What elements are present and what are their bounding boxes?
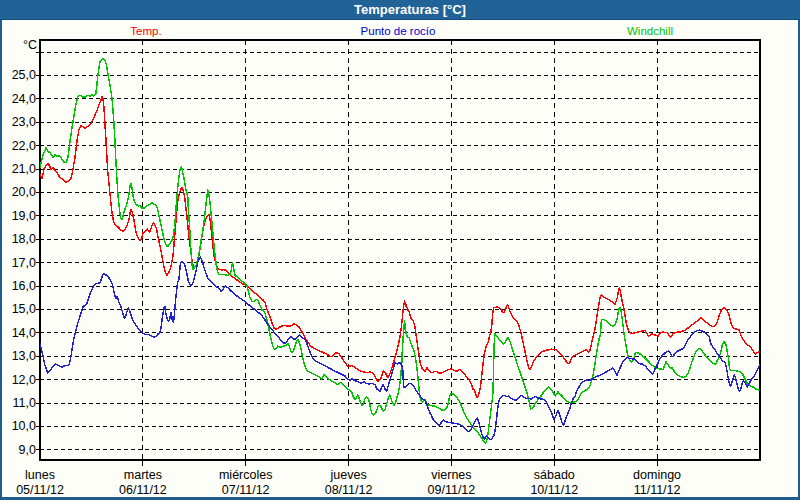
svg-text:23,0: 23,0 <box>12 115 36 129</box>
svg-text:19,0: 19,0 <box>12 209 36 223</box>
svg-text:06/11/12: 06/11/12 <box>119 483 167 497</box>
svg-text:12,0: 12,0 <box>12 373 36 387</box>
svg-text:11/11/12: 11/11/12 <box>634 483 681 497</box>
svg-text:10/11/12: 10/11/12 <box>530 483 578 497</box>
svg-text:°C: °C <box>23 38 37 52</box>
svg-text:domingo: domingo <box>633 468 681 482</box>
svg-text:martes: martes <box>124 468 162 482</box>
svg-text:lunes: lunes <box>25 468 55 482</box>
svg-text:16,0: 16,0 <box>12 279 36 293</box>
svg-text:08/11/12: 08/11/12 <box>325 483 373 497</box>
svg-text:24,0: 24,0 <box>12 92 36 106</box>
svg-text:miércoles: miércoles <box>219 468 273 482</box>
svg-text:22,0: 22,0 <box>12 139 36 153</box>
svg-text:viernes: viernes <box>431 468 471 482</box>
svg-text:17,0: 17,0 <box>12 256 36 270</box>
svg-text:9,0: 9,0 <box>19 443 36 457</box>
svg-text:07/11/12: 07/11/12 <box>222 483 270 497</box>
svg-text:13,0: 13,0 <box>12 349 36 363</box>
svg-text:25,0: 25,0 <box>12 68 36 82</box>
svg-text:05/11/12: 05/11/12 <box>16 483 64 497</box>
svg-text:21,0: 21,0 <box>12 162 36 176</box>
svg-text:15,0: 15,0 <box>12 302 36 316</box>
svg-text:18,0: 18,0 <box>12 232 36 246</box>
svg-text:jueves: jueves <box>330 468 367 482</box>
svg-text:14,0: 14,0 <box>12 326 36 340</box>
svg-text:20,0: 20,0 <box>12 185 36 199</box>
svg-text:11,0: 11,0 <box>13 396 36 410</box>
svg-text:sábado: sábado <box>534 468 575 482</box>
svg-text:09/11/12: 09/11/12 <box>428 483 476 497</box>
svg-text:10,0: 10,0 <box>12 419 36 433</box>
